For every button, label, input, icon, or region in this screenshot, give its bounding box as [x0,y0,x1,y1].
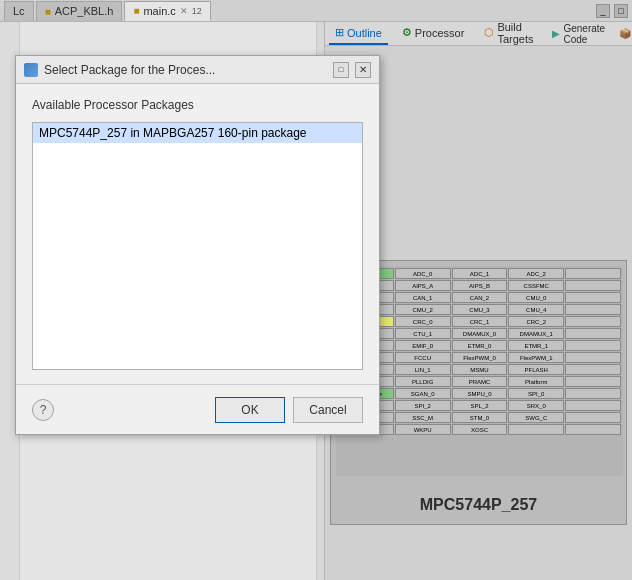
dialog-close-button[interactable]: ✕ [355,62,371,78]
ok-button[interactable]: OK [215,397,285,423]
dialog-title-text: Select Package for the Proces... [44,63,327,77]
cancel-button[interactable]: Cancel [293,397,363,423]
package-item[interactable]: MPC5744P_257 in MAPBGA257 160-pin packag… [33,123,362,143]
dialog-action-buttons: OK Cancel [215,397,363,423]
dialog-footer: ? OK Cancel [16,384,379,434]
package-listbox[interactable]: MPC5744P_257 in MAPBGA257 160-pin packag… [32,122,363,370]
help-button[interactable]: ? [32,399,54,421]
dialog-title-icon [24,63,38,77]
available-packages-label: Available Processor Packages [32,98,363,112]
dialog-body: Available Processor Packages MPC5744P_25… [16,84,379,384]
dialog-maximize-button[interactable]: □ [333,62,349,78]
dialog-titlebar: Select Package for the Proces... □ ✕ [16,56,379,84]
select-package-dialog: Select Package for the Proces... □ ✕ Ava… [15,55,380,435]
